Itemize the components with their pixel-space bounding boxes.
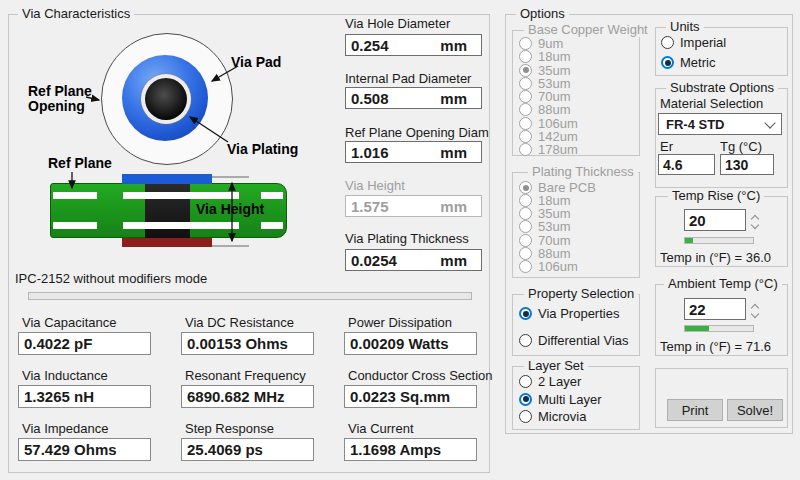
conductor-cross-section-label: Conductor Cross Section	[348, 368, 493, 383]
radio-2-layer[interactable]: 2 Layer	[519, 375, 637, 388]
radio-icon	[519, 64, 532, 77]
property-selection-title: Property Selection	[524, 287, 638, 301]
radio-icon	[519, 77, 532, 90]
internal-pad-diameter-value: 0.508	[351, 90, 389, 107]
ref-plane-opening-diam-label: Ref Plane Opening Diam	[345, 125, 489, 140]
radio-icon	[519, 410, 532, 423]
units-title: Units	[666, 20, 704, 34]
radio-via-properties[interactable]: Via Properties	[519, 307, 637, 320]
material-selection-value: FR-4 STD	[666, 117, 725, 132]
radio-label: 178um	[538, 142, 578, 157]
step-response-value: 25.4069 ps	[187, 441, 263, 458]
tg-field[interactable]: 130	[720, 154, 774, 175]
radio-label: Microvia	[538, 409, 586, 424]
radio-88um: 88um	[519, 103, 633, 116]
via-impedance-value: 57.429 Ohms	[24, 441, 117, 458]
radio-icon	[519, 103, 532, 116]
base-copper-weight-title: Base Copper Weight	[524, 23, 652, 37]
plating-thickness-title: Plating Thickness	[528, 165, 638, 179]
ambient-temp-stepper[interactable]	[748, 298, 762, 320]
substrate-options-title: Substrate Options	[666, 81, 778, 95]
temp-rise-progress	[684, 237, 754, 244]
radio-multi-layer[interactable]: Multi Layer	[519, 393, 637, 406]
radio-18um: 18um	[519, 50, 633, 63]
via-calculator-window: { "via_characteristics": { "title": "Via…	[0, 0, 800, 480]
radio-icon	[519, 37, 532, 50]
radio-88um: 88um	[519, 247, 633, 260]
radio-35um: 35um	[519, 64, 633, 77]
material-selection-dropdown[interactable]: FR-4 STD	[658, 113, 782, 135]
radio-35um: 35um	[519, 207, 633, 220]
temp-rise-stepper[interactable]	[748, 209, 762, 231]
via-capacitance-label: Via Capacitance	[22, 315, 116, 330]
radio-9um: 9um	[519, 37, 633, 50]
via-hole-diameter-field[interactable]: 0.254 mm	[345, 34, 482, 56]
radio-label: 106um	[538, 259, 578, 274]
tg-value: 130	[725, 157, 748, 173]
material-selection-label: Material Selection	[660, 96, 763, 111]
ambient-temp-progress	[684, 325, 754, 332]
top-pad	[122, 174, 212, 184]
options-title: Options	[516, 7, 569, 21]
radio-icon	[519, 375, 532, 388]
power-dissipation-field: 0.00209 Watts	[344, 332, 477, 355]
plating-thickness-options: Bare PCB 18um 35um 53um 70um 88um 106um	[519, 181, 633, 273]
er-label: Er	[660, 139, 673, 154]
via-plating-thickness-value: 0.0254	[351, 252, 397, 269]
via-current-value: 1.1698 Amps	[350, 441, 441, 458]
radio-icon	[519, 143, 532, 156]
ref-plane-opening-label-line1: Ref Plane	[28, 83, 92, 99]
via-hole-diameter-unit: mm	[440, 37, 476, 54]
ref-plane-slot	[53, 222, 97, 229]
radio-microvia[interactable]: Microvia	[519, 410, 637, 423]
radio-differential-vias[interactable]: Differential Vias	[519, 334, 637, 347]
temp-rise-progress-fill	[685, 238, 693, 243]
radio-label: Differential Vias	[538, 333, 629, 348]
radio-icon	[519, 393, 532, 406]
radio-label: Multi Layer	[538, 392, 602, 407]
radio-icon	[519, 181, 532, 194]
step-response-field: 25.4069 ps	[181, 438, 314, 461]
ref-plane-slot	[123, 192, 239, 199]
radio-icon	[519, 117, 532, 130]
via-hole-circle	[145, 78, 187, 120]
resonant-frequency-label: Resonant Frequency	[185, 368, 306, 383]
via-current-field: 1.1698 Amps	[344, 438, 477, 461]
temp-rise-input[interactable]: 20	[684, 209, 746, 231]
internal-pad-diameter-field[interactable]: 0.508 mm	[345, 87, 482, 109]
ref-plane-opening-diam-value: 1.016	[351, 144, 389, 161]
chevron-down-icon	[751, 220, 759, 228]
print-button[interactable]: Print	[667, 399, 723, 421]
via-plating-label: Via Plating	[227, 141, 298, 157]
via-characteristics-title: Via Characteristics	[18, 7, 134, 21]
layer-set-options: 2 Layer Multi Layer Microvia	[519, 375, 637, 423]
ambient-temp-readout: Temp in (°F) = 71.6	[660, 339, 771, 354]
ref-plane-slot	[261, 192, 283, 199]
ambient-temp-value: 22	[689, 301, 706, 318]
er-field[interactable]: 4.6	[658, 154, 715, 175]
ref-plane-label: Ref Plane	[48, 155, 112, 171]
temp-rise-readout: Temp in (°F) = 36.0	[660, 250, 771, 265]
radio-icon	[519, 90, 532, 103]
radio-icon	[519, 220, 532, 233]
radio-icon	[519, 334, 532, 347]
radio-70um: 70um	[519, 234, 633, 247]
solve-button[interactable]: Solve!	[727, 399, 783, 421]
ref-plane-slot	[123, 222, 239, 229]
ambient-temp-input[interactable]: 22	[684, 298, 746, 320]
via-dc-resistance-label: Via DC Resistance	[185, 315, 294, 330]
radio-icon	[519, 207, 532, 220]
radio-metric[interactable]: Metric	[661, 56, 781, 69]
ref-plane-opening-label-line2: Opening	[28, 98, 85, 114]
temp-rise-title: Temp Rise (°C)	[668, 189, 764, 203]
solve-progress-bar	[28, 292, 472, 300]
ref-plane-opening-diam-field[interactable]: 1.016 mm	[345, 141, 482, 163]
via-capacitance-value: 0.4022 pF	[24, 335, 92, 352]
ref-plane-slot	[53, 192, 97, 199]
via-plating-thickness-field[interactable]: 0.0254 mm	[345, 249, 482, 271]
radio-imperial[interactable]: Imperial	[661, 36, 781, 49]
chevron-down-icon	[764, 117, 775, 128]
radio-icon	[519, 130, 532, 143]
via-barrel	[145, 178, 190, 245]
via-impedance-label: Via Impedance	[22, 421, 109, 436]
